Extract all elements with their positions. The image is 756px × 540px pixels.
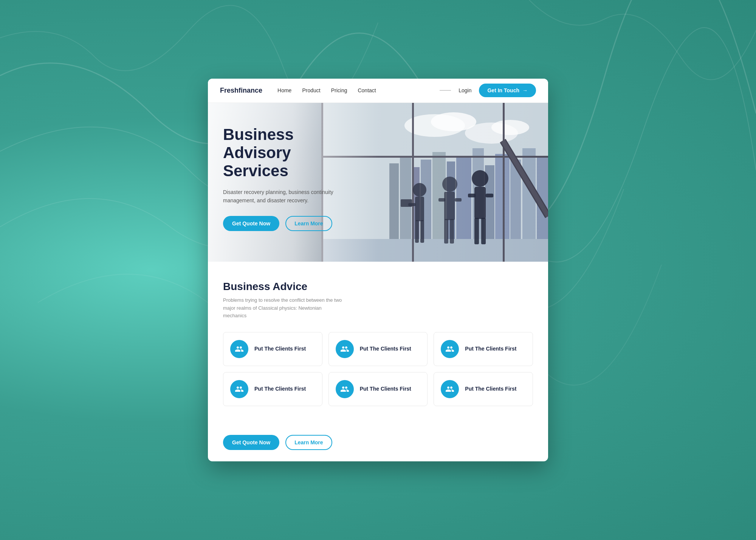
get-in-touch-button[interactable]: Get In Touch → [479,84,536,97]
section-title: Business Advice [223,281,533,293]
card-icon-6 [441,380,459,398]
card-icon-5 [336,380,354,398]
hero-subtitle: Disaster recovery planning, business con… [223,188,336,205]
bottom-learn-button[interactable]: Learn More [285,435,332,450]
learn-more-button[interactable]: Learn More [285,216,332,231]
bottom-buttons: Get Quote Now Learn More [208,427,548,461]
page-wrapper: Freshfinance Home Product Pricing Contac… [208,79,548,461]
navbar-right: Login Get In Touch → [440,84,536,97]
nav-home[interactable]: Home [277,87,291,93]
advice-card-2[interactable]: Put The Clients First [328,332,428,366]
get-quote-button[interactable]: Get Quote Now [223,216,279,231]
advice-section: Business Advice Problems trying to resol… [208,262,548,427]
bottom-quote-button[interactable]: Get Quote Now [223,435,279,450]
card-text-4: Put The Clients First [254,385,306,393]
people-icon-1 [235,344,244,354]
nav-links: Home Product Pricing Contact [277,87,440,93]
card-text-6: Put The Clients First [465,385,516,393]
advice-card-5[interactable]: Put The Clients First [328,372,428,406]
card-icon-1 [230,340,248,358]
hero-title: Business Advisory Services [223,126,352,180]
section-subtitle: Problems trying to resolve the conflict … [223,296,344,320]
people-icon-6 [445,385,454,394]
navbar: Freshfinance Home Product Pricing Contac… [208,79,548,103]
nav-pricing[interactable]: Pricing [331,87,347,93]
card-text-1: Put The Clients First [254,345,306,353]
hero-content: Business Advisory Services Disaster reco… [208,103,367,254]
card-text-3: Put The Clients First [465,345,516,353]
hero-section: Business Advisory Services Disaster reco… [208,103,548,262]
advice-card-4[interactable]: Put The Clients First [223,372,322,406]
advice-card-3[interactable]: Put The Clients First [434,332,533,366]
hero-buttons: Get Quote Now Learn More [223,216,352,231]
arrow-icon: → [522,87,528,93]
advice-card-6[interactable]: Put The Clients First [434,372,533,406]
card-text-2: Put The Clients First [360,345,411,353]
login-link[interactable]: Login [459,87,471,93]
card-text-5: Put The Clients First [360,385,411,393]
card-icon-4 [230,380,248,398]
advice-card-1[interactable]: Put The Clients First [223,332,322,366]
people-icon-3 [445,344,454,354]
card-icon-3 [441,340,459,358]
people-icon-2 [340,344,349,354]
nav-divider [440,90,451,91]
people-icon-5 [340,385,349,394]
card-icon-2 [336,340,354,358]
cards-grid: Put The Clients First Put The Clients Fi… [223,332,533,406]
nav-contact[interactable]: Contact [358,87,376,93]
brand-logo: Freshfinance [220,87,262,95]
nav-product[interactable]: Product [302,87,320,93]
people-icon-4 [235,385,244,394]
